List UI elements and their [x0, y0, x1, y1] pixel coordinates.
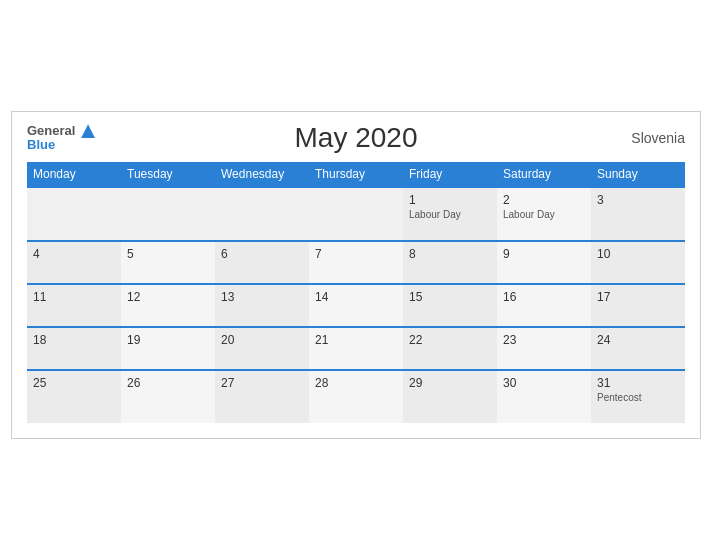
logo-general: General — [27, 124, 95, 139]
day-cell: 26 — [121, 370, 215, 423]
day-event: Labour Day — [503, 209, 585, 220]
day-number: 9 — [503, 247, 585, 261]
day-cell — [121, 187, 215, 241]
day-cell: 3 — [591, 187, 685, 241]
day-number: 5 — [127, 247, 209, 261]
day-cell: 17 — [591, 284, 685, 327]
day-number: 16 — [503, 290, 585, 304]
day-cell: 27 — [215, 370, 309, 423]
country-label: Slovenia — [631, 130, 685, 146]
day-cell: 4 — [27, 241, 121, 284]
logo-flag-icon — [81, 124, 95, 138]
day-number: 28 — [315, 376, 397, 390]
week-row-1: 1Labour Day2Labour Day3 — [27, 187, 685, 241]
day-number: 17 — [597, 290, 679, 304]
day-number: 10 — [597, 247, 679, 261]
week-row-5: 25262728293031Pentecost — [27, 370, 685, 423]
day-number: 1 — [409, 193, 491, 207]
day-cell: 15 — [403, 284, 497, 327]
day-event: Labour Day — [409, 209, 491, 220]
header-friday: Friday — [403, 162, 497, 187]
day-cell: 20 — [215, 327, 309, 370]
calendar-header: General Blue May 2020 Slovenia — [27, 122, 685, 154]
day-cell — [27, 187, 121, 241]
day-number: 18 — [33, 333, 115, 347]
day-cell: 9 — [497, 241, 591, 284]
day-cell: 6 — [215, 241, 309, 284]
calendar-title: May 2020 — [295, 122, 418, 154]
day-cell: 11 — [27, 284, 121, 327]
day-cell: 30 — [497, 370, 591, 423]
week-row-4: 18192021222324 — [27, 327, 685, 370]
day-number: 7 — [315, 247, 397, 261]
day-number: 11 — [33, 290, 115, 304]
day-cell: 5 — [121, 241, 215, 284]
day-cell: 12 — [121, 284, 215, 327]
day-number: 21 — [315, 333, 397, 347]
header-tuesday: Tuesday — [121, 162, 215, 187]
logo-blue: Blue — [27, 138, 95, 152]
day-number: 24 — [597, 333, 679, 347]
day-number: 22 — [409, 333, 491, 347]
day-number: 30 — [503, 376, 585, 390]
day-number: 3 — [597, 193, 679, 207]
day-cell: 29 — [403, 370, 497, 423]
header-thursday: Thursday — [309, 162, 403, 187]
day-cell: 21 — [309, 327, 403, 370]
day-cell: 10 — [591, 241, 685, 284]
day-cell — [309, 187, 403, 241]
day-number: 12 — [127, 290, 209, 304]
day-number: 15 — [409, 290, 491, 304]
day-cell: 7 — [309, 241, 403, 284]
day-cell: 2Labour Day — [497, 187, 591, 241]
day-cell: 18 — [27, 327, 121, 370]
header-saturday: Saturday — [497, 162, 591, 187]
logo: General Blue — [27, 124, 95, 153]
day-number: 29 — [409, 376, 491, 390]
day-number: 25 — [33, 376, 115, 390]
day-number: 14 — [315, 290, 397, 304]
header-wednesday: Wednesday — [215, 162, 309, 187]
day-cell: 23 — [497, 327, 591, 370]
day-event: Pentecost — [597, 392, 679, 403]
day-number: 19 — [127, 333, 209, 347]
header-sunday: Sunday — [591, 162, 685, 187]
day-cell: 1Labour Day — [403, 187, 497, 241]
day-number: 31 — [597, 376, 679, 390]
days-header-row: MondayTuesdayWednesdayThursdayFridaySatu… — [27, 162, 685, 187]
day-number: 4 — [33, 247, 115, 261]
day-cell: 28 — [309, 370, 403, 423]
day-cell — [215, 187, 309, 241]
day-cell: 19 — [121, 327, 215, 370]
day-cell: 13 — [215, 284, 309, 327]
day-number: 27 — [221, 376, 303, 390]
day-cell: 8 — [403, 241, 497, 284]
day-cell: 16 — [497, 284, 591, 327]
day-number: 8 — [409, 247, 491, 261]
calendar-wrapper: General Blue May 2020 Slovenia MondayTue… — [11, 111, 701, 439]
day-number: 13 — [221, 290, 303, 304]
day-number: 6 — [221, 247, 303, 261]
header-monday: Monday — [27, 162, 121, 187]
day-cell: 25 — [27, 370, 121, 423]
day-number: 26 — [127, 376, 209, 390]
week-row-2: 45678910 — [27, 241, 685, 284]
day-cell: 31Pentecost — [591, 370, 685, 423]
day-number: 23 — [503, 333, 585, 347]
day-cell: 24 — [591, 327, 685, 370]
day-cell: 14 — [309, 284, 403, 327]
week-row-3: 11121314151617 — [27, 284, 685, 327]
calendar-grid: MondayTuesdayWednesdayThursdayFridaySatu… — [27, 162, 685, 423]
day-number: 20 — [221, 333, 303, 347]
day-cell: 22 — [403, 327, 497, 370]
day-number: 2 — [503, 193, 585, 207]
